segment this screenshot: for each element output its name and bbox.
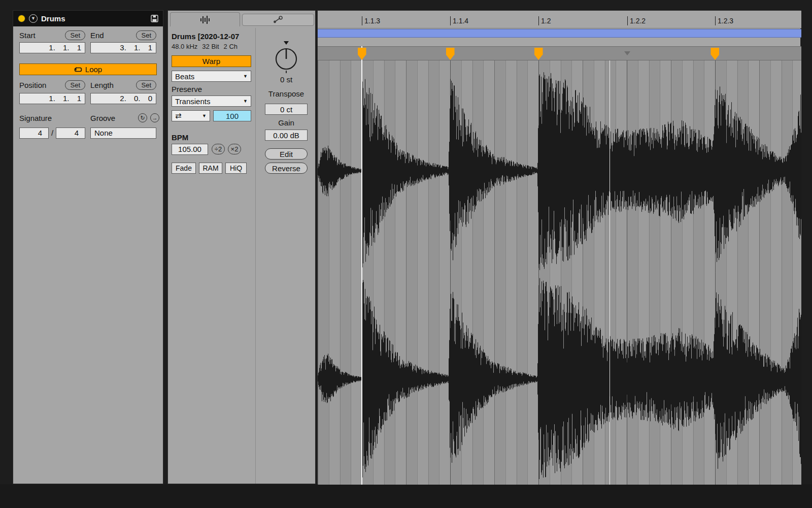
warp-marker-strip[interactable] — [318, 46, 801, 60]
start-label: Start — [19, 31, 36, 40]
groove-commit-button[interactable]: → — [150, 113, 159, 122]
double-bpm-button[interactable]: ×2 — [228, 144, 241, 154]
preserve-select[interactable]: Transients ▼ — [172, 96, 251, 107]
clip-header: ▼ Drums — [13, 11, 163, 26]
waveform-area: 1.1.31.1.41.21.2.21.2.3 — [317, 10, 801, 484]
warp-mode-value: Beats — [175, 72, 194, 81]
gain-field[interactable]: 0.00 dB — [265, 130, 308, 141]
clip-panel: ▼ Drums Start Set End Set 1. 1. 1 3. 1. … — [13, 10, 163, 484]
signature-label: Signature — [19, 114, 52, 122]
sample-panel: Drums [2020-12-07 48.0 kHz 32 Bit 2 Ch W… — [167, 10, 316, 484]
signature-numerator-field[interactable]: 4 — [19, 128, 49, 139]
ruler-label: 1.2.3 — [715, 16, 733, 25]
sample-pitch-divider — [255, 28, 256, 484]
signature-separator: / — [51, 129, 53, 137]
ruler-label: 1.1.4 — [450, 16, 468, 25]
ableton-clip-view: ▼ Drums Start Set End Set 1. 1. 1 3. 1. … — [0, 0, 812, 508]
end-set-button[interactable]: Set — [136, 30, 156, 40]
ram-button[interactable]: RAM — [199, 163, 222, 174]
bottom-bar — [0, 484, 812, 508]
ruler-label: 1.2 — [538, 16, 551, 25]
length-value-field[interactable]: 2. 0. 0 — [90, 93, 156, 104]
loop-brace-bar[interactable] — [318, 29, 801, 38]
playhead — [361, 46, 362, 485]
groove-commit-icon: → — [152, 115, 158, 121]
ruler-label: 1.1.3 — [362, 16, 380, 25]
end-label: End — [90, 31, 104, 40]
fade-button[interactable]: Fade — [172, 163, 196, 174]
clip-activator-toggle[interactable] — [18, 15, 25, 22]
transient-envelope-field[interactable]: 100 — [213, 110, 251, 121]
gain-label: Gain — [258, 118, 314, 127]
transient-loop-icon: ⇄ — [175, 111, 182, 120]
end-value-field[interactable]: 3. 1. 1 — [90, 42, 156, 53]
loop-button[interactable]: Loop — [19, 64, 157, 75]
bpm-label: BPM — [172, 133, 188, 142]
signature-denominator-field[interactable]: 4 — [56, 128, 85, 139]
transpose-value[interactable]: 0 st — [258, 75, 314, 84]
warp-marker[interactable] — [358, 48, 366, 60]
edit-button[interactable]: Edit — [265, 148, 308, 160]
bit-depth: 32 Bit — [202, 43, 219, 50]
warp-marker[interactable] — [710, 48, 719, 60]
dropdown-arrow-icon: ▼ — [243, 74, 248, 79]
transpose-label: Transpose — [258, 89, 314, 98]
floppy-icon — [151, 15, 158, 22]
groove-refresh-icon: ↻ — [140, 115, 145, 121]
length-row: Length Set — [90, 80, 156, 90]
preserve-value: Transients — [175, 97, 210, 106]
loop-button-label: Loop — [85, 65, 102, 74]
envelopes-icon — [273, 16, 284, 24]
bpm-value-field[interactable]: 105.00 — [172, 144, 208, 155]
groove-hotswap-button[interactable]: ↻ — [138, 113, 147, 122]
dropdown-arrow-icon: ▼ — [243, 99, 248, 104]
waveform-icon — [199, 15, 211, 24]
preserve-label: Preserve — [172, 85, 202, 93]
transpose-knob[interactable] — [258, 41, 314, 77]
sample-rate: 48.0 kHz — [172, 43, 197, 50]
tab-envelopes[interactable] — [242, 14, 314, 26]
channel-count: 2 Ch — [224, 43, 238, 50]
hiq-button[interactable]: HiQ — [225, 163, 247, 174]
position-value-field[interactable]: 1. 1. 1 — [19, 93, 85, 104]
ruler-label: 1.2.2 — [627, 16, 646, 25]
reverse-button[interactable]: Reverse — [265, 163, 308, 174]
clip-title: Drums — [41, 14, 147, 23]
position-row: Position Set — [19, 80, 85, 90]
insert-marker — [610, 60, 611, 485]
clip-fold-button[interactable]: ▼ — [29, 14, 38, 23]
detune-field[interactable]: 0 ct — [265, 104, 308, 115]
knob-icon — [274, 41, 299, 75]
warp-mode-select[interactable]: Beats ▼ — [172, 71, 251, 82]
sample-info: 48.0 kHz 32 Bit 2 Ch — [172, 43, 253, 50]
transient-loop-mode-select[interactable]: ⇄ ▼ — [172, 110, 210, 121]
fold-arrow-icon: ▼ — [31, 16, 36, 21]
length-label: Length — [90, 81, 114, 89]
warp-marker[interactable] — [534, 48, 543, 60]
save-clip-button[interactable] — [151, 15, 158, 22]
sample-title: Drums [2020-12-07 — [172, 32, 252, 41]
start-row: Start Set — [19, 30, 85, 40]
groove-label: Groove — [90, 114, 115, 122]
pending-warp-marker-icon[interactable] — [624, 51, 630, 55]
tab-sample[interactable] — [170, 12, 240, 26]
start-value-field[interactable]: 1. 1. 1 — [19, 42, 85, 53]
position-label: Position — [19, 81, 46, 89]
beat-time-ruler[interactable]: 1.1.31.1.41.21.2.21.2.3 — [318, 11, 801, 28]
start-set-button[interactable]: Set — [65, 30, 85, 40]
halve-bpm-button[interactable]: ÷2 — [212, 144, 225, 154]
end-row: End Set — [90, 30, 156, 40]
sample-waveform-canvas[interactable] — [318, 60, 801, 485]
dropdown-arrow-icon: ▼ — [202, 113, 207, 118]
length-set-button[interactable]: Set — [136, 80, 156, 90]
loop-icon — [74, 67, 82, 73]
warp-marker[interactable] — [446, 48, 455, 60]
warp-button[interactable]: Warp — [172, 55, 251, 67]
position-set-button[interactable]: Set — [65, 80, 85, 90]
groove-select[interactable]: None — [90, 128, 156, 139]
